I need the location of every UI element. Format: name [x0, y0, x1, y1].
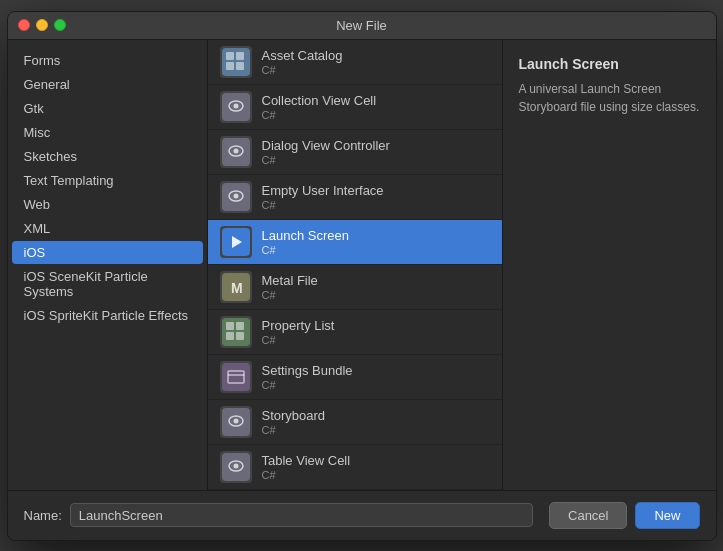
sidebar-item-sketches[interactable]: Sketches — [12, 145, 203, 168]
file-type-metal-file: C# — [262, 289, 318, 301]
file-name-storyboard: Storyboard — [262, 408, 326, 423]
svg-rect-4 — [236, 62, 244, 70]
sidebar-item-xml[interactable]: XML — [12, 217, 203, 240]
sidebar-item-ios[interactable]: iOS — [12, 241, 203, 264]
file-name-settings-bundle: Settings Bundle — [262, 363, 353, 378]
sidebar-item-misc[interactable]: Misc — [12, 121, 203, 144]
svg-point-10 — [233, 148, 238, 153]
svg-rect-19 — [226, 322, 234, 330]
new-button[interactable]: New — [635, 502, 699, 529]
cancel-button[interactable]: Cancel — [549, 502, 627, 529]
maximize-button[interactable] — [54, 19, 66, 31]
svg-rect-21 — [226, 332, 234, 340]
sidebar-item-web[interactable]: Web — [12, 193, 203, 216]
file-item-property-list[interactable]: Property ListC# — [208, 310, 502, 355]
svg-rect-18 — [222, 318, 250, 346]
eye-icon — [220, 91, 252, 123]
file-item-dialog-view-controller[interactable]: Dialog View ControllerC# — [208, 130, 502, 175]
file-item-collection-view-cell[interactable]: Collection View CellC# — [208, 85, 502, 130]
file-type-collection-view-cell: C# — [262, 109, 377, 121]
file-type-launch-screen: C# — [262, 244, 349, 256]
box-icon — [220, 361, 252, 393]
detail-title: Launch Screen — [519, 56, 700, 72]
file-name-asset-catalog: Asset Catalog — [262, 48, 343, 63]
file-list: Asset CatalogC# Collection View CellC# D… — [208, 40, 503, 490]
detail-description: A universal Launch Screen Storyboard fil… — [519, 80, 700, 116]
file-type-empty-user-interface: C# — [262, 199, 384, 211]
file-type-asset-catalog: C# — [262, 64, 343, 76]
file-item-storyboard[interactable]: StoryboardC# — [208, 400, 502, 445]
svg-point-31 — [233, 463, 238, 468]
detail-panel: Launch Screen A universal Launch Screen … — [503, 40, 716, 490]
file-item-empty-user-interface[interactable]: Empty User InterfaceC# — [208, 175, 502, 220]
name-label: Name: — [24, 508, 62, 523]
file-name-table-view-cell: Table View Cell — [262, 453, 351, 468]
file-item-table-view-cell[interactable]: Table View CellC# — [208, 445, 502, 490]
sidebar: FormsGeneralGtkMiscSketchesText Templati… — [8, 40, 208, 490]
svg-point-28 — [233, 418, 238, 423]
sidebar-item-forms[interactable]: Forms — [12, 49, 203, 72]
svg-rect-2 — [236, 52, 244, 60]
file-item-settings-bundle[interactable]: Settings BundleC# — [208, 355, 502, 400]
file-item-asset-catalog[interactable]: Asset CatalogC# — [208, 40, 502, 85]
eye2-icon — [220, 406, 252, 438]
window-controls — [18, 19, 66, 31]
close-button[interactable] — [18, 19, 30, 31]
grid-icon — [220, 46, 252, 78]
file-name-launch-screen: Launch Screen — [262, 228, 349, 243]
file-type-property-list: C# — [262, 334, 335, 346]
svg-rect-23 — [222, 363, 250, 391]
sidebar-item-general[interactable]: General — [12, 73, 203, 96]
sidebar-item-text-templating[interactable]: Text Templating — [12, 169, 203, 192]
play-icon — [220, 226, 252, 258]
file-name-property-list: Property List — [262, 318, 335, 333]
file-name-dialog-view-controller: Dialog View Controller — [262, 138, 390, 153]
window-title: New File — [336, 18, 387, 33]
m-icon: M — [220, 271, 252, 303]
buttons-area: Cancel New — [549, 502, 699, 529]
sidebar-item-gtk[interactable]: Gtk — [12, 97, 203, 120]
eye-icon — [220, 181, 252, 213]
bottom-bar: Name: Cancel New — [8, 490, 716, 540]
title-bar: New File — [8, 12, 716, 40]
content-area: FormsGeneralGtkMiscSketchesText Templati… — [8, 40, 716, 490]
file-name-empty-user-interface: Empty User Interface — [262, 183, 384, 198]
file-type-storyboard: C# — [262, 424, 326, 436]
svg-rect-20 — [236, 322, 244, 330]
svg-point-7 — [233, 103, 238, 108]
grid2-icon — [220, 316, 252, 348]
file-type-settings-bundle: C# — [262, 379, 353, 391]
name-input[interactable] — [70, 503, 533, 527]
minimize-button[interactable] — [36, 19, 48, 31]
file-item-metal-file[interactable]: M Metal FileC# — [208, 265, 502, 310]
svg-text:M: M — [231, 280, 243, 296]
eye3-icon — [220, 451, 252, 483]
sidebar-item-ios-scene[interactable]: iOS SceneKit Particle Systems — [12, 265, 203, 303]
svg-point-13 — [233, 193, 238, 198]
svg-rect-0 — [222, 48, 250, 76]
file-type-dialog-view-controller: C# — [262, 154, 390, 166]
eye-icon — [220, 136, 252, 168]
file-name-collection-view-cell: Collection View Cell — [262, 93, 377, 108]
svg-rect-1 — [226, 52, 234, 60]
svg-rect-3 — [226, 62, 234, 70]
file-name-metal-file: Metal File — [262, 273, 318, 288]
sidebar-item-ios-sprite[interactable]: iOS SpriteKit Particle Effects — [12, 304, 203, 327]
file-type-table-view-cell: C# — [262, 469, 351, 481]
svg-rect-22 — [236, 332, 244, 340]
new-file-dialog: New File FormsGeneralGtkMiscSketchesText… — [7, 11, 717, 541]
file-item-launch-screen[interactable]: Launch ScreenC# — [208, 220, 502, 265]
